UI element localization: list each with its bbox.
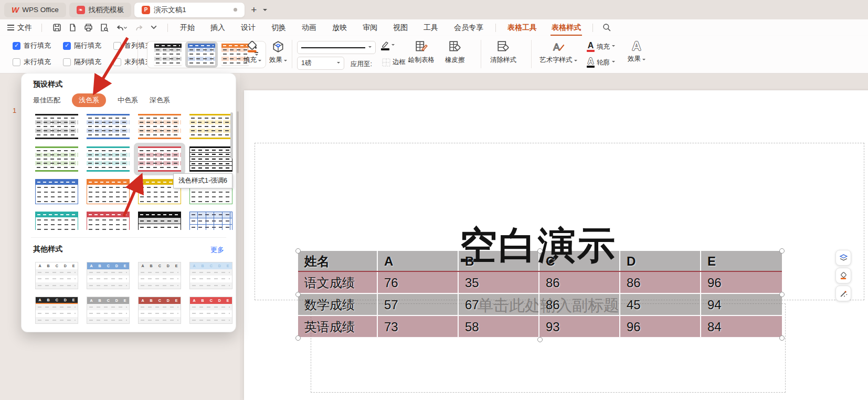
preset-tab-2[interactable]: 中色系 bbox=[118, 96, 138, 105]
tab-presentation1[interactable]: P 演示文稿1 bbox=[134, 3, 245, 17]
menu-item-8[interactable]: 工具 bbox=[416, 23, 446, 33]
other-style-slot[interactable]: ABCDE bbox=[185, 293, 237, 328]
table-cell[interactable]: 84 bbox=[701, 316, 782, 338]
text-fill-button[interactable]: A 填充 bbox=[587, 42, 615, 52]
tab-wps-office[interactable]: W WPS Office bbox=[4, 3, 66, 17]
table-cell[interactable]: 94 bbox=[701, 294, 782, 316]
checkbox-0[interactable]: 首行填充 bbox=[13, 41, 63, 50]
wordart-style-button[interactable]: A 艺术字样式 bbox=[539, 40, 577, 65]
preset-grid-scrollbar[interactable] bbox=[230, 112, 233, 159]
selection-handle[interactable] bbox=[537, 248, 543, 254]
context-tab-table-tools[interactable]: 表格工具 bbox=[500, 23, 544, 33]
preset-slot[interactable] bbox=[82, 143, 134, 175]
checkbox-box[interactable] bbox=[113, 42, 121, 50]
menu-item-1[interactable]: 插入 bbox=[203, 23, 233, 33]
checkbox-box[interactable] bbox=[113, 58, 121, 66]
style-thumbnail[interactable] bbox=[87, 146, 130, 172]
layer-order-button[interactable] bbox=[835, 250, 851, 266]
style-thumbnail[interactable] bbox=[154, 44, 182, 66]
toolbar-collapse-chevron-icon[interactable] bbox=[151, 25, 157, 30]
table-cell[interactable]: 45 bbox=[620, 294, 701, 316]
table-cell[interactable]: 姓名 bbox=[298, 251, 378, 272]
slide-table[interactable]: 姓名ABCDE语文成绩7635868696数学成绩5767864594英语成绩7… bbox=[298, 251, 782, 338]
menu-item-5[interactable]: 放映 bbox=[324, 23, 355, 33]
preset-slot[interactable] bbox=[31, 208, 82, 230]
table-cell[interactable]: 语文成绩 bbox=[298, 272, 378, 294]
preset-slot[interactable] bbox=[31, 175, 82, 208]
checkbox-box[interactable] bbox=[63, 42, 71, 50]
style-thumbnail[interactable]: ABCDE bbox=[138, 262, 181, 289]
tab-list-chevron-icon[interactable] bbox=[263, 9, 267, 13]
context-tab-table-style[interactable]: 表格样式 bbox=[544, 23, 588, 33]
checkbox-box[interactable] bbox=[63, 58, 71, 66]
selection-handle[interactable] bbox=[537, 337, 543, 342]
other-style-slot[interactable]: ABCDE bbox=[31, 293, 82, 328]
style-thumbnail[interactable] bbox=[138, 114, 181, 139]
checkbox-1[interactable]: 隔行填充 bbox=[63, 41, 113, 50]
style-thumbnail[interactable] bbox=[189, 146, 232, 172]
preset-slot[interactable] bbox=[185, 110, 237, 143]
other-style-slot[interactable]: ABCDE bbox=[134, 293, 185, 328]
selection-handle[interactable] bbox=[295, 335, 301, 341]
table-cell[interactable]: 73 bbox=[378, 316, 459, 338]
table-cell[interactable]: 35 bbox=[459, 272, 539, 294]
preset-tab-0[interactable]: 最佳匹配 bbox=[33, 96, 60, 105]
preset-slot[interactable] bbox=[134, 143, 185, 175]
menu-item-9[interactable]: 会员专享 bbox=[446, 23, 491, 33]
new-tab-button[interactable]: + bbox=[248, 4, 260, 16]
menu-item-4[interactable]: 动画 bbox=[294, 23, 324, 33]
style-thumbnail[interactable] bbox=[138, 212, 181, 230]
checkbox-box[interactable] bbox=[13, 42, 20, 50]
preset-slot[interactable] bbox=[82, 110, 134, 143]
gallery-style-thumb[interactable] bbox=[152, 41, 184, 68]
menu-item-3[interactable]: 切换 bbox=[263, 23, 294, 33]
table-cell[interactable]: 58 bbox=[459, 316, 539, 338]
style-thumbnail[interactable] bbox=[35, 146, 78, 172]
clear-style-button[interactable]: 清除样式 bbox=[490, 40, 516, 65]
tab-docer-templates[interactable]: ❧ 找稻壳模板 bbox=[69, 3, 132, 17]
style-thumbnail[interactable] bbox=[87, 114, 130, 139]
menu-item-0[interactable]: 开始 bbox=[172, 23, 203, 33]
preset-slot[interactable] bbox=[185, 143, 237, 175]
table-cell[interactable]: 93 bbox=[539, 316, 620, 338]
style-thumbnail[interactable]: ABCDE bbox=[189, 297, 232, 324]
print-icon[interactable] bbox=[84, 23, 93, 32]
table-cell[interactable]: 67 bbox=[459, 294, 539, 316]
line-style-select[interactable] bbox=[297, 41, 376, 54]
search-icon[interactable] bbox=[602, 23, 611, 32]
preset-slot[interactable] bbox=[185, 208, 237, 230]
style-thumbnail[interactable]: ABCDE bbox=[35, 262, 78, 289]
table-cell[interactable]: 96 bbox=[620, 316, 701, 338]
selection-handle[interactable] bbox=[295, 292, 301, 297]
style-thumbnail[interactable] bbox=[35, 212, 78, 230]
file-menu-button[interactable]: 文件 bbox=[7, 23, 32, 33]
style-thumbnail[interactable]: ABCDE bbox=[87, 297, 130, 324]
pen-color-button[interactable] bbox=[381, 41, 395, 50]
export-icon[interactable] bbox=[68, 23, 77, 32]
format-brush-button[interactable] bbox=[835, 286, 851, 301]
style-thumbnail[interactable] bbox=[138, 146, 181, 172]
style-thumbnail[interactable] bbox=[35, 114, 78, 139]
other-style-slot[interactable]: ABCDE bbox=[31, 258, 82, 293]
table-fill-button[interactable]: 填充 bbox=[244, 40, 261, 65]
style-thumbnail[interactable] bbox=[188, 44, 215, 66]
style-thumbnail[interactable]: ABCDE bbox=[87, 262, 130, 289]
table-cell[interactable]: 英语成绩 bbox=[298, 316, 378, 338]
table-cell[interactable]: C bbox=[539, 251, 620, 272]
style-thumbnail[interactable] bbox=[87, 212, 130, 230]
preset-slot[interactable] bbox=[134, 110, 185, 143]
checkbox-box[interactable] bbox=[13, 58, 20, 66]
style-thumbnail[interactable] bbox=[189, 114, 232, 139]
table-effect-button[interactable]: 效果 bbox=[269, 40, 287, 65]
checkbox-4[interactable]: 隔列填充 bbox=[63, 57, 113, 67]
line-weight-select[interactable]: 1磅 bbox=[297, 57, 344, 70]
selection-handle[interactable] bbox=[779, 248, 785, 254]
panel-scrollbar[interactable] bbox=[237, 111, 239, 173]
text-effect-button[interactable]: A 效果 bbox=[628, 40, 645, 64]
preset-slot[interactable] bbox=[31, 143, 82, 175]
table-cell[interactable]: E bbox=[701, 251, 782, 272]
style-thumbnail[interactable] bbox=[189, 212, 232, 230]
table-cell[interactable]: 86 bbox=[539, 272, 620, 294]
save-icon[interactable] bbox=[52, 23, 61, 32]
style-thumbnail[interactable]: ABCDE bbox=[138, 297, 181, 324]
